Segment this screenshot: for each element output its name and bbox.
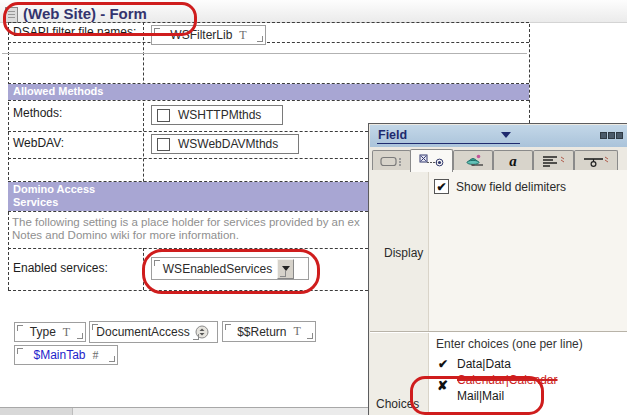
field-delimiter-icon — [225, 324, 231, 330]
section-header-label: Domino Access — [13, 183, 370, 196]
description-text: The following setting is a place holder … — [12, 216, 367, 244]
field-properties-infobox: Field — [368, 123, 627, 415]
field-type[interactable]: Type T — [14, 322, 86, 342]
number-type-marker: # — [93, 348, 99, 363]
collapse-icon[interactable] — [600, 132, 623, 139]
table-border — [8, 22, 529, 23]
field-wswebdavmthds[interactable]: WSWebDAVMthds — [151, 134, 299, 154]
show-field-delimiters-label: Show field delimiters — [456, 180, 566, 194]
field-name: WSWebDAVMthds — [178, 137, 278, 151]
form-tab-title[interactable]: (Web Site) - Form — [23, 5, 147, 22]
field-delimiter-icon — [280, 271, 286, 277]
field-box-icon — [380, 155, 404, 168]
field-delimiter-icon — [154, 28, 160, 34]
choice-item-calendar[interactable]: Calendar|Calendar — [457, 373, 558, 387]
tab-paragraph-margins[interactable] — [574, 150, 618, 171]
field-delimiter-icon — [77, 333, 83, 339]
table-border — [8, 22, 9, 290]
field-wsenabledservices[interactable]: WSEnabledServices — [151, 257, 309, 280]
choice-item-data[interactable]: Data|Data — [457, 357, 511, 371]
table-border — [8, 100, 529, 101]
tab-font[interactable]: a — [493, 150, 533, 171]
font-icon: a — [509, 155, 517, 168]
domino-designer-form-editor: (Web Site) - Form DSAPI filter file name… — [0, 0, 627, 415]
field-delimiter-icon — [109, 356, 115, 362]
show-field-delimiters-checkbox[interactable]: ✔ — [434, 179, 449, 194]
field-documentaccess[interactable]: DocumentAccess — [89, 321, 218, 343]
field-delimiter-icon — [154, 260, 160, 266]
infobox-title[interactable]: Field — [378, 128, 407, 142]
table-border — [529, 24, 530, 123]
field-return[interactable]: $$Return T — [222, 321, 316, 342]
field-wshttpmthds[interactable]: WSHTTPMthds — [151, 105, 283, 125]
infobox-content: Display ✔ Show field delimiters Choices … — [370, 170, 627, 415]
field-name: $$Return — [237, 325, 286, 339]
horizontal-scrollbar[interactable] — [0, 407, 368, 415]
field-delimiter-icon — [17, 348, 23, 354]
text-type-marker: T — [294, 324, 301, 339]
field-delimiter-icon — [17, 325, 23, 331]
field-name: DocumentAccess — [96, 325, 189, 339]
webdav-label: WebDAV: — [13, 136, 64, 150]
methods-label: Methods: — [13, 106, 62, 120]
tab-advanced[interactable] — [453, 150, 493, 171]
table-border — [8, 42, 529, 43]
checkbox-icon[interactable] — [157, 138, 170, 151]
tab-field-info[interactable] — [372, 150, 411, 171]
field-name: WSFilterLib — [170, 28, 232, 42]
tab-paragraph-alignment[interactable] — [533, 150, 574, 171]
choices-header: Enter choices (one per line) — [436, 337, 583, 351]
field-name: WSEnabledServices — [163, 262, 272, 276]
alignment-lines-icon — [541, 155, 567, 168]
choice-item-mail[interactable]: Mail|Mail — [457, 389, 504, 403]
field-delimiter-icon — [92, 324, 98, 330]
infobox-titlebar[interactable]: Field — [370, 125, 627, 147]
field-delimiter-icon — [193, 334, 199, 340]
form-tab-icon — [5, 7, 18, 23]
section-header-label: Allowed Methods — [13, 85, 103, 97]
lamp-icon — [461, 154, 485, 168]
field-name: $MainTab — [33, 348, 85, 362]
table-border — [8, 158, 368, 159]
field-maintab[interactable]: $MainTab # — [14, 345, 118, 365]
chevron-down-icon[interactable] — [501, 132, 511, 138]
field-name: Type — [30, 325, 56, 339]
scrollbar-thumb[interactable] — [0, 408, 73, 415]
tab-control[interactable] — [410, 149, 453, 172]
display-section-label: Display — [384, 246, 423, 260]
section-header-label: Services — [13, 196, 370, 209]
dsapi-filter-label: DSAPI filter file names: — [13, 25, 136, 39]
tab-stop-icon — [582, 155, 610, 168]
x-annotation: ✘ — [437, 378, 448, 393]
table-border — [8, 290, 368, 291]
section-label-column — [370, 170, 429, 415]
field-name: WSHTTPMthds — [178, 108, 261, 122]
text-type-marker: T — [63, 325, 70, 340]
table-border — [8, 248, 368, 249]
horizontal-rule — [2, 53, 527, 54]
text-type-marker: T — [239, 28, 246, 43]
section-header-domino-access-services: Domino Access Services — [8, 182, 370, 211]
control-icon — [419, 154, 445, 168]
enabled-services-label: Enabled services: — [13, 261, 108, 275]
title-underline — [377, 143, 520, 144]
section-header-allowed-methods: Allowed Methods — [8, 84, 529, 100]
table-border — [8, 131, 368, 132]
checkmark-icon: ✔ — [436, 180, 446, 194]
field-wsfilterlib[interactable]: WSFilterLib T — [151, 25, 266, 45]
check-annotation: ✔ — [438, 357, 448, 371]
table-border — [143, 248, 144, 290]
field-delimiter-icon — [307, 333, 313, 339]
choices-section-label: Choices — [376, 397, 419, 411]
checkbox-icon[interactable] — [157, 109, 170, 122]
field-delimiter-icon — [257, 36, 263, 42]
table-border — [8, 211, 368, 212]
